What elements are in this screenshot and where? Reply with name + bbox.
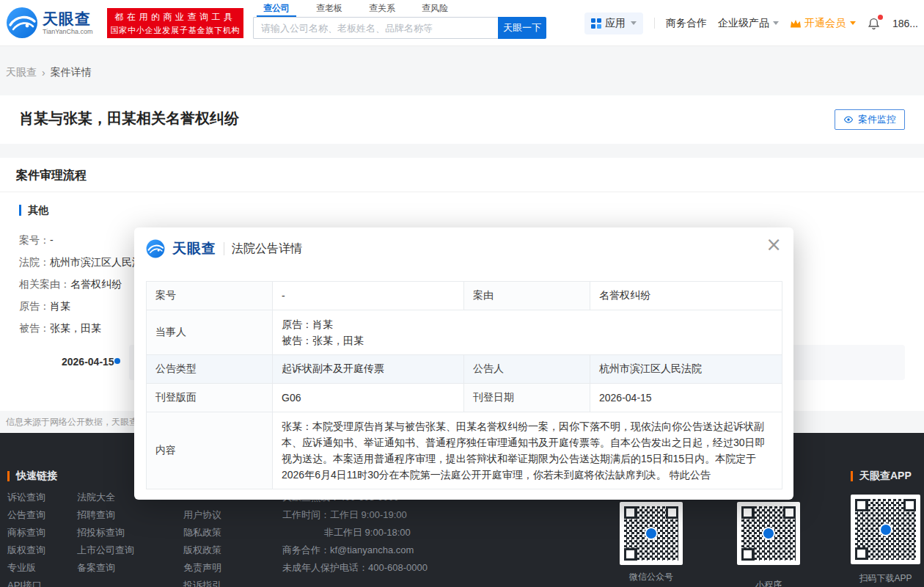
promo-badge-line1: 都在用的商业查询工具: [107, 10, 243, 24]
footer-link[interactable]: 法院大全: [77, 489, 134, 506]
table-row-parties: 当事人 原告：肖某 被告：张某，田某: [147, 310, 782, 355]
account-phone-label: 186...: [892, 18, 918, 29]
footer-link[interactable]: 专业版: [7, 559, 45, 577]
accent-bar: [7, 471, 10, 481]
search-tab-boss[interactable]: 查老板: [309, 2, 349, 17]
qr-code-miniprogram: [737, 502, 800, 565]
search-tab-company[interactable]: 查公司: [257, 2, 296, 17]
search-tab-relation[interactable]: 查关系: [362, 2, 402, 17]
qr-center-logo: [645, 527, 658, 540]
apps-grid-icon: [591, 18, 601, 29]
case-title-card: 肖某与张某，田某相关名誉权纠纷 案件监控: [0, 95, 924, 144]
nav-enterprise-products[interactable]: 企业级产品: [718, 17, 779, 30]
nav-enterprise-label: 企业级产品: [718, 17, 769, 30]
cell-label: 当事人: [147, 310, 273, 355]
search-button[interactable]: 天眼一下: [498, 17, 546, 39]
promo-badge-line2: 国家中小企业发展子基金旗下机构: [107, 24, 243, 36]
field-label: 案号：: [19, 234, 50, 246]
footer-link[interactable]: 公告查询: [7, 506, 45, 524]
search-tabs: 查公司 查老板 查关系 查风险: [257, 2, 455, 17]
breadcrumb: 天眼查 › 案件详情: [6, 66, 92, 79]
crown-icon: [790, 18, 802, 29]
nav-business-cooperation[interactable]: 商务合作: [666, 17, 707, 30]
footer-links-col3: 用户协议 隐私政策 版权政策 免责声明 投诉指引: [183, 506, 221, 587]
section-title: 案件审理流程: [0, 158, 924, 192]
apps-menu[interactable]: 应用: [584, 12, 643, 34]
cell-value: 2026-04-15: [590, 384, 782, 412]
quick-links-title: 快速链接: [16, 470, 57, 483]
logo-text: 天眼查: [43, 10, 93, 28]
cell-label: 刊登日期: [464, 384, 590, 412]
app-title: 天眼查APP: [859, 470, 912, 483]
nav-vip-label: 开通会员: [804, 17, 846, 30]
search-input[interactable]: [253, 17, 498, 39]
promo-badge: 都在用的商业查询工具 国家中小企业发展子基金旗下机构: [107, 8, 243, 38]
tianyancha-logo[interactable]: 天眼查 TianYanCha.com: [6, 7, 93, 39]
top-header: 天眼查 TianYanCha.com 都在用的商业查询工具 国家中小企业发展子基…: [0, 0, 924, 46]
cell-value: 起诉状副本及开庭传票: [273, 355, 464, 384]
nav-divider: [654, 18, 655, 29]
qr-code-wechat: [620, 502, 683, 565]
footer-link[interactable]: 商标查询: [7, 524, 45, 542]
notification-bell[interactable]: [867, 16, 881, 31]
footer-link[interactable]: 备案查询: [77, 559, 134, 577]
footer-minor-protection: 未成年人保护电话：400-608-0000: [282, 559, 428, 577]
party-defendant: 被告：张某，田某: [282, 332, 773, 349]
table-row-type: 公告类型 起诉状副本及开庭传票 公告人 杭州市滨江区人民法院: [147, 355, 782, 384]
page-title: 肖某与张某，田某相关名誉权纠纷: [19, 109, 239, 128]
quick-links-header: 快速链接: [7, 470, 57, 483]
modal-header: 天眼查 法院公告详情: [146, 238, 302, 260]
breadcrumb-home[interactable]: 天眼查: [6, 66, 37, 79]
tianyancha-logo-icon: [6, 7, 38, 39]
footer-link[interactable]: 上市公司查询: [77, 542, 134, 559]
field-label: 被告：: [19, 322, 50, 334]
modal-header-divider: [224, 242, 224, 255]
timeline-dot-icon: [114, 358, 120, 364]
court-announcement-modal: 天眼查 法院公告详情 × 案号 - 案由 名誉权纠纷 当事人 原告：肖某 被告：…: [134, 227, 793, 500]
cell-value: -: [273, 282, 464, 310]
case-monitor-button[interactable]: 案件监控: [835, 109, 905, 130]
cell-value: 名誉权纠纷: [590, 282, 782, 310]
field-label: 相关案由：: [19, 278, 70, 290]
footer-link[interactable]: 版权政策: [183, 542, 221, 559]
monitor-eye-icon: [843, 114, 854, 125]
footer-link[interactable]: 版权查询: [7, 542, 45, 559]
announcement-table: 案号 - 案由 名誉权纠纷 当事人 原告：肖某 被告：张某，田某 公告类型 起诉…: [146, 281, 782, 489]
field-label: 原告：: [19, 300, 50, 312]
footer-link[interactable]: 用户协议: [183, 506, 221, 524]
qr-center-logo: [762, 527, 775, 540]
footer-offwork-hours: 非工作日 9:00-18:00: [282, 524, 428, 542]
footer-link[interactable]: 招聘查询: [77, 506, 134, 524]
field-value: 肖某: [50, 300, 70, 312]
footer-link[interactable]: 诉讼查询: [7, 489, 45, 506]
nav-open-vip[interactable]: 开通会员: [790, 17, 856, 30]
close-icon[interactable]: ×: [766, 235, 782, 254]
timeline-date: 2026-04-15: [62, 356, 114, 368]
case-monitor-label: 案件监控: [858, 113, 896, 126]
footer-work-hours: 工作时间：工作日 9:00-19:00: [282, 506, 428, 524]
cell-value: 原告：肖某 被告：张某，田某: [273, 310, 782, 355]
header-nav: 应用 商务合作 企业级产品 开通会员: [584, 0, 918, 46]
footer-links-col1: 诉讼查询 公告查询 商标查询 版权查询 专业版 API接口: [7, 489, 45, 587]
search-tab-risk[interactable]: 查风险: [415, 2, 455, 17]
field-cause: 相关案由：名誉权纠纷: [19, 273, 153, 295]
cell-label: 案号: [147, 282, 273, 310]
footer-link[interactable]: 免责声明: [183, 559, 221, 577]
account-phone[interactable]: 186...: [892, 18, 918, 29]
qr-label-app: 扫码下载APP: [851, 572, 920, 585]
qr-center-logo: [879, 523, 892, 536]
footer-link[interactable]: API接口: [7, 577, 45, 587]
chevron-down-icon: [850, 21, 856, 25]
notification-dot: [878, 15, 883, 20]
modal-title: 法院公告详情: [232, 241, 302, 257]
field-label: 法院：: [19, 256, 50, 268]
footer-link[interactable]: 招投标查询: [77, 524, 134, 542]
footer-link[interactable]: 隐私政策: [183, 524, 221, 542]
qr-label-miniprogram: 小程序: [737, 579, 800, 587]
modal-brand: 天眼查: [172, 239, 216, 258]
case-fields: 案号：- 法院：杭州市滨江区人民法院 相关案由：名誉权纠纷 原告：肖某 被告：张…: [19, 229, 153, 339]
chevron-down-icon: [773, 21, 779, 25]
footer-link[interactable]: 投诉指引: [183, 577, 221, 587]
subsection-accent-bar: [19, 205, 21, 216]
tianyancha-case-detail-page: 天眼查 TianYanCha.com 都在用的商业查询工具 国家中小企业发展子基…: [0, 0, 924, 587]
